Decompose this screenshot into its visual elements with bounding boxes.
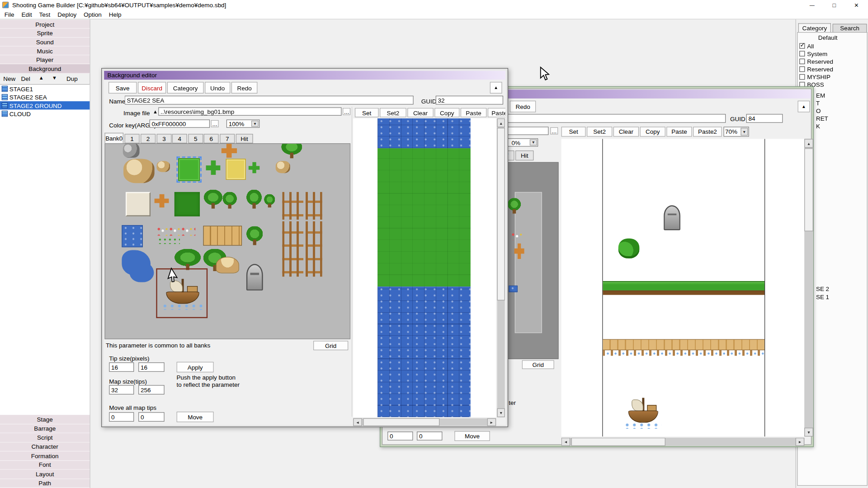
collapse-button[interactable]: ▲	[490, 82, 502, 94]
map-clear-button[interactable]: Clear	[613, 127, 639, 136]
map-canvas[interactable]	[561, 139, 805, 436]
name-input[interactable]: STAGE2 SEA	[125, 96, 414, 105]
tile-palette[interactable]	[104, 143, 350, 339]
menu-item-test[interactable]: Test	[39, 11, 51, 18]
tab-search[interactable]: Search	[833, 24, 867, 33]
scroll-thumb[interactable]	[571, 438, 665, 446]
tile-sprite[interactable]	[511, 232, 523, 240]
section-button-music[interactable]: Music	[0, 47, 90, 56]
tab-hit[interactable]: Hit	[236, 134, 253, 143]
scroll-left-button[interactable]: ◄	[561, 438, 571, 446]
map-canvas[interactable]	[353, 118, 496, 417]
checkbox[interactable]	[799, 74, 805, 80]
scroll-right-button[interactable]: ►	[796, 438, 805, 446]
chevron-down-icon[interactable]: ▼	[741, 128, 748, 136]
tile-sprite[interactable]	[122, 250, 151, 275]
tab-bank2[interactable]: 2	[141, 134, 156, 143]
scroll-thumb[interactable]	[804, 148, 813, 231]
tab-bank4[interactable]: 4	[172, 134, 187, 143]
collapse-button[interactable]: ▲	[797, 101, 810, 113]
category-item-clipped[interactable]: EM	[816, 92, 825, 99]
tile-sprite[interactable]	[282, 221, 303, 277]
scroll-up-button[interactable]: ▲	[804, 139, 813, 148]
tab-bank7[interactable]: 7	[220, 134, 235, 143]
list-dup-button[interactable]: Dup	[66, 75, 78, 82]
section-button-font[interactable]: Font	[0, 460, 90, 469]
tile-sprite[interactable]	[306, 221, 322, 277]
category-item-clipped[interactable]: RET	[816, 115, 828, 122]
section-button-character[interactable]: Character	[0, 442, 90, 451]
tile-sprite[interactable]	[281, 143, 302, 158]
section-button-player[interactable]: Player	[0, 55, 90, 64]
category-item-all[interactable]: ✓ All	[799, 42, 814, 49]
checkbox-checked[interactable]: ✓	[799, 43, 805, 49]
list-del-button[interactable]: Del	[21, 75, 30, 82]
tile-sprite[interactable]	[249, 162, 259, 173]
tile-sprite[interactable]	[509, 286, 518, 292]
tab-bank3[interactable]: 3	[157, 134, 172, 143]
tile-sprite[interactable]	[123, 159, 155, 183]
map-set2-button[interactable]: Set2	[380, 108, 406, 117]
category-item-reserved-1[interactable]: Reserved	[799, 58, 833, 65]
tile-sprite[interactable]	[175, 192, 200, 216]
tile-sprite[interactable]	[226, 159, 246, 180]
scroll-down-button[interactable]: ▼	[804, 428, 813, 437]
list-up-button[interactable]: ▲	[39, 75, 44, 81]
section-button-barrage[interactable]: Barrage	[0, 424, 90, 433]
color-key-input[interactable]: 0xFF000000	[150, 119, 210, 127]
splitter[interactable]	[352, 107, 352, 417]
undo-button[interactable]: Undo	[205, 82, 230, 94]
menu-item-option[interactable]: Option	[84, 11, 102, 18]
move-button[interactable]: Move	[454, 431, 490, 441]
list-item-stage1[interactable]: STAGE1	[0, 84, 90, 93]
map-paste2-button[interactable]: Paste2	[693, 127, 722, 136]
move-y-input[interactable]: 0	[138, 412, 165, 422]
section-button-project[interactable]: Project	[0, 20, 90, 29]
tile-sprite[interactable]	[222, 192, 237, 209]
maximize-button[interactable]: □	[826, 0, 843, 10]
tab-bank1[interactable]: 1	[125, 134, 140, 143]
list-item-stage2-sea[interactable]: STAGE2 SEA	[0, 93, 90, 101]
image-zoom-select[interactable]: 100% ▼	[226, 119, 259, 127]
tile-sprite[interactable]	[282, 192, 303, 220]
close-button[interactable]: ✕	[848, 0, 865, 10]
tab-hit[interactable]: Hit	[515, 150, 533, 160]
expand-icon[interactable]: ▲	[153, 109, 158, 114]
checkbox[interactable]	[799, 66, 805, 72]
checkbox[interactable]	[799, 51, 805, 56]
menu-item-file[interactable]: File	[5, 11, 14, 18]
tip-height-input[interactable]: 16	[138, 362, 165, 372]
move-x-input[interactable]: 0	[387, 432, 413, 441]
list-new-button[interactable]: New	[3, 75, 15, 82]
scroll-down-button[interactable]: ▼	[497, 408, 505, 418]
map-copy-button[interactable]: Copy	[640, 127, 665, 136]
chevron-down-icon[interactable]: ▼	[251, 121, 259, 127]
map-vscrollbar[interactable]: ▲ ▼	[497, 118, 505, 417]
map-copy-button[interactable]: Copy	[434, 108, 459, 117]
chevron-down-icon[interactable]: ▼	[530, 140, 537, 145]
tile-sprite[interactable]	[157, 161, 170, 172]
map-hscrollbar[interactable]: ◄ ►	[561, 438, 805, 446]
grid-button[interactable]: Grid	[313, 341, 348, 350]
tile-sprite[interactable]	[122, 225, 143, 247]
category-item-clipped[interactable]: O	[816, 108, 821, 114]
tile-sprite[interactable]	[157, 227, 196, 236]
tab-category[interactable]: Category	[798, 23, 831, 33]
tile-sprite[interactable]	[175, 249, 201, 270]
map-set2-button[interactable]: Set2	[587, 127, 612, 136]
redo-button[interactable]: Redo	[510, 101, 536, 113]
section-button-stage[interactable]: Stage	[0, 415, 90, 424]
section-button-formation[interactable]: Formation	[0, 451, 90, 460]
image-file-input[interactable]: ..\resources\img_bg01.bmp	[158, 108, 341, 116]
tile-sprite[interactable]	[155, 194, 169, 207]
menu-item-edit[interactable]: Edit	[21, 11, 32, 18]
map-clear-button[interactable]: Clear	[407, 108, 434, 117]
section-button-sound[interactable]: Sound	[0, 38, 90, 47]
tile-selection-box-ship[interactable]	[156, 268, 208, 318]
tile-sprite[interactable]	[206, 160, 221, 175]
map-set-button[interactable]: Set	[355, 108, 379, 117]
tile-sprite[interactable]	[276, 161, 290, 173]
scroll-up-button[interactable]: ▲	[497, 118, 505, 127]
tile-sprite[interactable]	[306, 192, 322, 220]
scroll-thumb[interactable]	[363, 418, 439, 426]
